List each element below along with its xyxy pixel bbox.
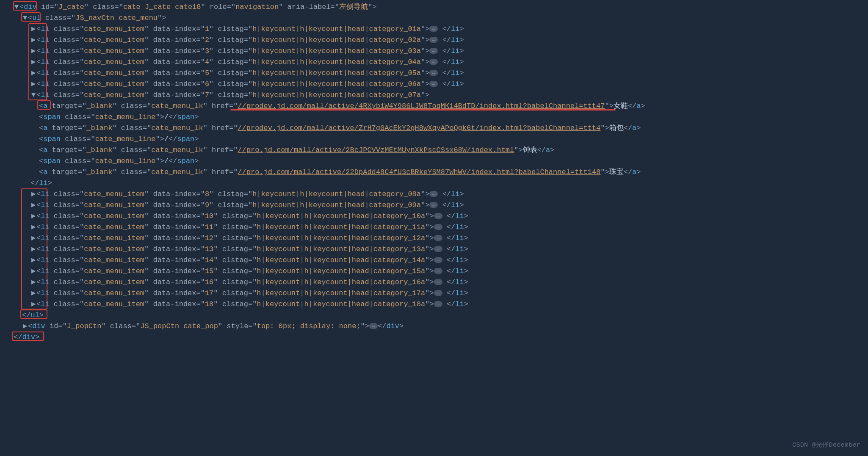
caret-right-icon[interactable]: ▶ bbox=[30, 233, 36, 244]
span-separator[interactable]: <span class="cate_menu_line">/</span> bbox=[5, 134, 868, 145]
caret-down-icon[interactable]: ▼ bbox=[30, 90, 36, 101]
li-item-14[interactable]: ▶<li class="cate_menu_item" data-index="… bbox=[5, 255, 868, 266]
caret-right-icon[interactable]: ▶ bbox=[30, 35, 36, 46]
caret-right-icon[interactable]: ▶ bbox=[30, 24, 36, 35]
li-item-8[interactable]: ▶<li class="cate_menu_item" data-index="… bbox=[5, 189, 868, 200]
li-item-18[interactable]: ▶<li class="cate_menu_item" data-index="… bbox=[5, 299, 868, 310]
ellipsis-icon[interactable]: … bbox=[434, 213, 442, 219]
li-item-12[interactable]: ▶<li class="cate_menu_item" data-index="… bbox=[5, 233, 868, 244]
caret-right-icon[interactable]: ▶ bbox=[30, 222, 36, 233]
li-item-11[interactable]: ▶<li class="cate_menu_item" data-index="… bbox=[5, 222, 868, 233]
caret-right-icon[interactable]: ▶ bbox=[30, 266, 36, 277]
caret-right-icon[interactable]: ▶ bbox=[30, 79, 36, 90]
anchor-箱包[interactable]: <a target="_blank" class="cate_menu_lk" … bbox=[5, 123, 868, 134]
pop-div[interactable]: ▶<div id="J_popCtn" class="JS_popCtn cat… bbox=[5, 321, 868, 332]
caret-right-icon[interactable]: ▶ bbox=[30, 211, 36, 222]
ellipsis-icon[interactable]: … bbox=[429, 59, 438, 65]
caret-right-icon[interactable]: ▶ bbox=[30, 57, 36, 68]
span-separator[interactable]: <span class="cate_menu_line">/</span> bbox=[5, 156, 868, 167]
caret-right-icon[interactable]: ▶ bbox=[30, 255, 36, 266]
ellipsis-icon[interactable]: … bbox=[434, 246, 442, 252]
ellipsis-icon[interactable]: … bbox=[429, 191, 438, 197]
li-item-10[interactable]: ▶<li class="cate_menu_item" data-index="… bbox=[5, 211, 868, 222]
ellipsis-icon[interactable]: … bbox=[434, 224, 442, 230]
top-div-close[interactable]: </div> bbox=[5, 332, 868, 343]
ellipsis-icon[interactable]: … bbox=[429, 37, 438, 43]
caret-down-icon[interactable]: ▼ bbox=[14, 2, 19, 13]
ellipsis-icon[interactable]: … bbox=[429, 26, 438, 32]
caret-right-icon[interactable]: ▶ bbox=[30, 200, 36, 211]
ellipsis-icon[interactable]: … bbox=[429, 70, 438, 76]
li-item-15[interactable]: ▶<li class="cate_menu_item" data-index="… bbox=[5, 266, 868, 277]
li-item-4[interactable]: ▶<li class="cate_menu_item" data-index="… bbox=[5, 57, 868, 68]
caret-right-icon[interactable]: ▶ bbox=[30, 288, 36, 299]
caret-down-icon[interactable]: ▼ bbox=[22, 13, 28, 24]
ellipsis-icon[interactable]: … bbox=[429, 48, 438, 54]
ellipsis-icon[interactable]: … bbox=[434, 257, 442, 263]
ellipsis-icon[interactable]: … bbox=[429, 81, 438, 87]
anchor-女鞋[interactable]: <a target="_blank" class="cate_menu_lk" … bbox=[5, 101, 868, 112]
caret-right-icon[interactable]: ▶ bbox=[30, 46, 36, 57]
ellipsis-icon[interactable]: … bbox=[434, 268, 442, 274]
li-item-17[interactable]: ▶<li class="cate_menu_item" data-index="… bbox=[5, 288, 868, 299]
li-item-7-close[interactable]: </li> bbox=[5, 178, 868, 189]
ellipsis-icon[interactable]: … bbox=[434, 301, 442, 307]
ellipsis-icon[interactable]: … bbox=[429, 202, 438, 208]
li-item-16[interactable]: ▶<li class="cate_menu_item" data-index="… bbox=[5, 277, 868, 288]
li-item-9[interactable]: ▶<li class="cate_menu_item" data-index="… bbox=[5, 200, 868, 211]
caret-right-icon[interactable]: ▶ bbox=[30, 189, 36, 200]
caret-right-icon[interactable]: ▶ bbox=[30, 299, 36, 310]
anchor-珠宝[interactable]: <a target="_blank" class="cate_menu_lk" … bbox=[5, 167, 868, 178]
ellipsis-icon[interactable]: … bbox=[369, 323, 378, 329]
caret-right-icon[interactable]: ▶ bbox=[30, 277, 36, 288]
top-div-open[interactable]: ▼<div id="J_cate" class="cate J_cate cat… bbox=[5, 2, 868, 13]
li-item-3[interactable]: ▶<li class="cate_menu_item" data-index="… bbox=[5, 46, 868, 57]
caret-right-icon[interactable]: ▶ bbox=[30, 68, 36, 79]
caret-right-icon[interactable]: ▶ bbox=[22, 321, 28, 332]
li-item-6[interactable]: ▶<li class="cate_menu_item" data-index="… bbox=[5, 79, 868, 90]
li-item-1[interactable]: ▶<li class="cate_menu_item" data-index="… bbox=[5, 24, 868, 35]
ellipsis-icon[interactable]: … bbox=[434, 290, 442, 296]
li-item-2[interactable]: ▶<li class="cate_menu_item" data-index="… bbox=[5, 35, 868, 46]
ellipsis-icon[interactable]: … bbox=[434, 235, 442, 241]
li-item-5[interactable]: ▶<li class="cate_menu_item" data-index="… bbox=[5, 68, 868, 79]
anchor-钟表[interactable]: <a target="_blank" class="cate_menu_lk" … bbox=[5, 145, 868, 156]
ul-open[interactable]: ▼<ul class="JS_navCtn cate_menu"> bbox=[5, 13, 868, 24]
li-item-13[interactable]: ▶<li class="cate_menu_item" data-index="… bbox=[5, 244, 868, 255]
watermark: CSDN @光仔December bbox=[792, 440, 860, 451]
caret-right-icon[interactable]: ▶ bbox=[30, 244, 36, 255]
li-item-7[interactable]: ▼<li class="cate_menu_item" data-index="… bbox=[5, 90, 868, 101]
ul-close[interactable]: </ul> bbox=[5, 310, 868, 321]
span-separator[interactable]: <span class="cate_menu_line">/</span> bbox=[5, 112, 868, 123]
ellipsis-icon[interactable]: … bbox=[434, 279, 442, 285]
